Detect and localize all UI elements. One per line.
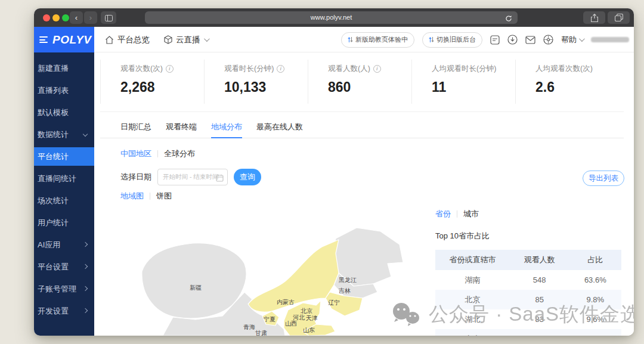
date-placeholder: 开始时间 - 结束时间 (163, 173, 218, 181)
sidebar-item-label: 默认模板 (38, 108, 69, 117)
sidebar-item-room-statistics[interactable]: 直播间统计 (34, 168, 94, 190)
nav-label: 云直播 (176, 35, 200, 45)
message-list-icon[interactable] (490, 35, 500, 45)
china-map[interactable]: 新疆 青海 甘肃 宁夏 内蒙古 山西 河北 北京 天津 山东 辽宁 吉林 黑龙江 (106, 227, 416, 336)
sidebar-item-new-live[interactable]: 新建直播 (34, 57, 94, 79)
switch-old-console-button[interactable]: 切换旧版后台 (422, 32, 482, 48)
mail-icon[interactable] (525, 36, 535, 44)
chevron-right-icon (83, 308, 88, 313)
nav-platform-overview[interactable]: 平台总览 (105, 35, 150, 45)
stat-label: 人均观看时长(分钟) (432, 64, 496, 74)
close-window-button[interactable] (43, 14, 50, 21)
sidebar-item-label: 平台统计 (38, 152, 69, 161)
help-label: 帮助 (561, 35, 577, 45)
minimize-window-button[interactable] (52, 14, 60, 21)
help-menu[interactable]: 帮助 (561, 35, 583, 45)
download-center-icon[interactable] (507, 35, 518, 45)
pill-label: 切换旧版后台 (436, 35, 476, 44)
browser-back-button[interactable]: ‹ (70, 11, 83, 24)
reload-icon[interactable] (505, 14, 512, 26)
pill-label: 新版助教页体验中 (355, 35, 408, 44)
nav-cloud-live[interactable]: 云直播 (164, 35, 208, 45)
stat-label: 观看时长(分钟) (224, 64, 274, 74)
zoom-window-button[interactable] (62, 14, 69, 21)
brand-logo-text: POLYV (52, 33, 92, 47)
cell-province: 广东 (435, 329, 510, 336)
browser-forward-button[interactable]: › (84, 11, 97, 24)
customer-service-icon[interactable] (543, 35, 553, 45)
map-label: 内蒙古 (277, 299, 295, 305)
info-icon[interactable]: i (373, 65, 381, 73)
stats-row: 观看次数(次)i 2,268 观看时长(分钟)i 10,133 观看人数(人)i… (100, 60, 619, 104)
query-button[interactable]: 查询 (234, 169, 261, 185)
sidebar-item-label: AI应用 (38, 240, 60, 249)
stat-value: 10,133 (224, 79, 308, 95)
sidebar: 新建直播 直播列表 默认模板 数据统计 平台统计 直播间统计 场次统计 用户统计… (34, 52, 94, 336)
view-tab-map[interactable]: 地域图 (120, 191, 144, 202)
sidebar-item-user-statistics[interactable]: 用户统计 (34, 212, 94, 234)
tab-date-summary[interactable]: 日期汇总 (120, 118, 151, 138)
stat-card-views: 观看次数(次)i 2,268 (100, 60, 204, 104)
sidebar-item-label: 开发设置 (38, 306, 69, 315)
calendar-icon[interactable] (216, 173, 224, 184)
url-text: www.polyv.net (311, 14, 352, 21)
account-name-redacted[interactable] (591, 37, 629, 42)
tab-city[interactable]: 城市 (463, 209, 479, 219)
chevron-down-icon (203, 36, 209, 42)
stat-label: 观看人数(人) (328, 64, 370, 74)
sidebar-item-ai-apps[interactable]: AI应用 (34, 234, 94, 256)
stat-card-watch-minutes: 观看时长(分钟)i 10,133 (204, 60, 308, 104)
table-row[interactable]: 湖南 548 63.6% (435, 270, 621, 290)
region-tab-global[interactable]: 全球分布 (164, 148, 195, 159)
cell-province: 湖南 (435, 270, 510, 290)
tab-overview-icon[interactable] (608, 11, 630, 24)
tab-max-online[interactable]: 最高在线人数 (256, 118, 303, 138)
map-label: 天津 (306, 315, 318, 321)
sidebar-item-default-template[interactable]: 默认模板 (34, 101, 94, 123)
share-icon[interactable] (583, 11, 605, 24)
table-row[interactable]: 广东 47 5.4% (435, 329, 621, 336)
tab-province[interactable]: 省份 (435, 209, 451, 219)
info-icon[interactable]: i (166, 65, 174, 73)
address-bar[interactable]: www.polyv.net (145, 11, 518, 24)
cell-ratio: 5.4% (569, 329, 621, 336)
region-tab-china[interactable]: 中国地区 (120, 148, 151, 159)
export-list-button[interactable]: 导出列表 (583, 171, 624, 186)
stat-value: 11 (432, 79, 515, 95)
china-map-svg: 新疆 青海 甘肃 宁夏 内蒙古 山西 河北 北京 天津 山东 辽宁 吉林 黑龙江 (106, 227, 416, 336)
view-tab-pie[interactable]: 饼图 (156, 191, 172, 202)
divider (150, 193, 150, 200)
cell-viewers: 548 (510, 270, 569, 290)
stat-label: 人均观看次数(次) (535, 64, 593, 74)
date-range-input[interactable]: 开始时间 - 结束时间 (157, 169, 228, 185)
map-label: 青海 (243, 324, 255, 330)
sidebar-item-platform-statistics[interactable]: 平台统计 (34, 147, 94, 166)
stat-value: 2.6 (535, 79, 619, 95)
map-label: 吉林 (339, 287, 351, 294)
header-nav: 平台总览 云直播 (105, 27, 208, 52)
watermark-text: 公众号 · SaaS软件金选 (429, 301, 634, 328)
sidebar-item-data-statistics[interactable]: 数据统计 (34, 123, 94, 145)
tab-watch-terminal[interactable]: 观看终端 (166, 118, 197, 138)
brand-logo[interactable]: POLYV (34, 27, 94, 52)
menu-collapse-icon[interactable] (39, 35, 48, 45)
sidebar-item-dev-settings[interactable]: 开发设置 (34, 300, 94, 322)
browser-window: ‹ › www.polyv.net POLYV 平台总览 (34, 8, 634, 336)
tab-region-distribution[interactable]: 地域分布 (211, 118, 242, 138)
divider (157, 150, 158, 157)
sidebar-item-platform-settings[interactable]: 平台设置 (34, 256, 94, 278)
sidebar-item-session-statistics[interactable]: 场次统计 (34, 190, 94, 212)
map-label: 河北 (293, 314, 305, 321)
sidebar-item-live-list[interactable]: 直播列表 (34, 79, 94, 101)
sidebar-toggle-icon[interactable] (101, 11, 116, 24)
col-province: 省份或直辖市 (435, 250, 510, 270)
sidebar-item-subaccount-management[interactable]: 子账号管理 (34, 278, 94, 300)
region-switch: 中国地区 全球分布 (120, 148, 195, 159)
info-icon[interactable]: i (277, 65, 284, 73)
chevron-down-icon (579, 36, 585, 42)
new-assistant-page-button[interactable]: 新版助教页体验中 (341, 32, 414, 48)
map-label: 辽宁 (328, 299, 340, 306)
col-ratio: 占比 (569, 250, 621, 270)
divider (457, 210, 457, 218)
sidebar-item-label: 用户统计 (38, 218, 69, 227)
